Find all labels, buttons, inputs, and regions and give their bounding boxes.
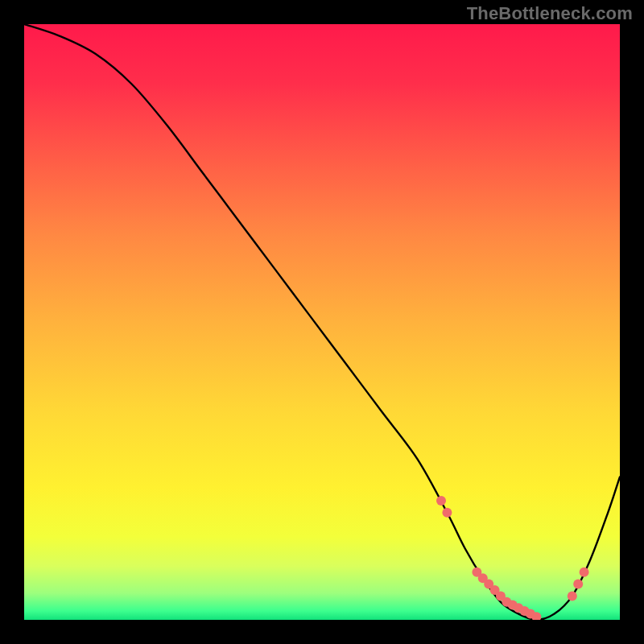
data-point (573, 580, 583, 589)
data-point (580, 568, 589, 577)
data-point (568, 591, 577, 601)
data-point (442, 508, 452, 518)
chart-container: TheBottleneck.com (0, 0, 644, 644)
attribution-text: TheBottleneck.com (467, 3, 633, 24)
data-point (436, 496, 446, 506)
chart-svg (24, 24, 620, 620)
gradient-background (24, 24, 620, 620)
bottleneck-chart (24, 24, 620, 620)
